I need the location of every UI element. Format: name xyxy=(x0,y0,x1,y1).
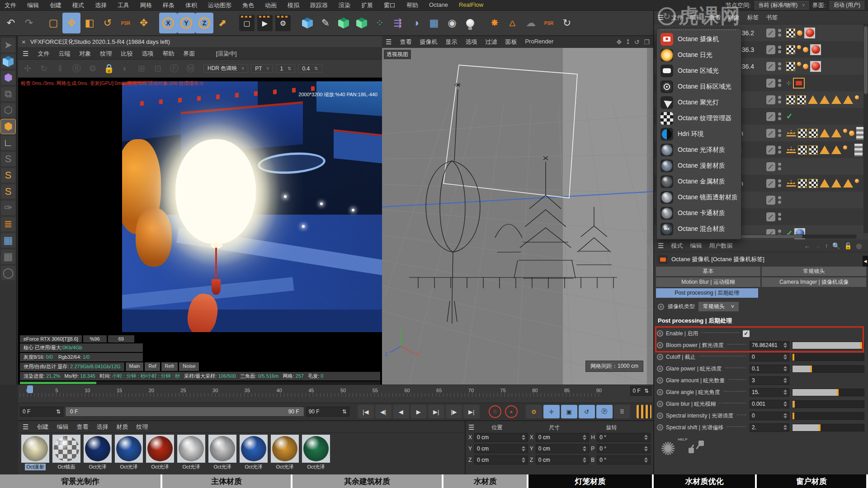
octane-menu-mix-material[interactable]: MIXOctane 混合材质 xyxy=(657,221,741,237)
cube-stack-icon[interactable]: ⧉ xyxy=(1,87,15,101)
hamburger-icon[interactable]: ☰ xyxy=(658,242,664,250)
chapter-tab-6[interactable]: 窗户材质 xyxy=(757,474,868,488)
back-icon[interactable]: ← xyxy=(804,242,811,249)
selection-tag-icon[interactable] xyxy=(843,95,853,104)
material-tag-icon[interactable] xyxy=(855,95,859,99)
model-cube-icon[interactable]: ⬢ xyxy=(1,70,15,85)
texture-tag-icon[interactable] xyxy=(798,145,807,155)
material-item-4[interactable]: Oct光泽 xyxy=(146,435,175,470)
clay-icon[interactable]: ⊡ xyxy=(151,62,165,75)
prev-key-button[interactable]: ◀| xyxy=(375,405,392,418)
visibility-toggle-icon[interactable] xyxy=(766,162,775,171)
rotate-tool-icon[interactable]: ↺ xyxy=(99,13,117,33)
current-frame-spinner[interactable]: 0 F⇅ xyxy=(20,407,63,417)
key-position-button[interactable]: ✛ xyxy=(543,405,560,418)
pan-view-icon[interactable]: ✥ xyxy=(616,38,622,46)
menu-item-12[interactable]: 模拟 xyxy=(288,1,299,9)
key-parameter-button[interactable]: Ⓟ xyxy=(596,405,613,418)
param-value-input[interactable]: 0 xyxy=(750,353,789,361)
next-key-button[interactable]: |▶ xyxy=(446,405,462,418)
menu-item-8[interactable]: 体积 xyxy=(185,1,197,9)
torch-button[interactable]: 🜂 xyxy=(504,13,522,33)
material-menu-item-4[interactable]: 材质 xyxy=(116,423,128,431)
selection-tag-icon[interactable] xyxy=(831,145,841,154)
material-item-2[interactable]: Oct光泽 xyxy=(83,435,112,470)
material-menu-item-2[interactable]: 查看 xyxy=(76,423,88,431)
material-menu-item-5[interactable]: 纹理 xyxy=(136,423,148,431)
param-value-input[interactable]: 15. xyxy=(750,388,789,397)
key-scale-button[interactable]: ▣ xyxy=(561,405,577,418)
visibility-toggle-icon[interactable] xyxy=(766,196,775,205)
menu-item-7[interactable]: 样条 xyxy=(163,1,175,9)
position-field-X[interactable]: X0 cm xyxy=(468,433,528,442)
material-item-8[interactable]: Oct光泽 xyxy=(270,435,299,470)
octane-menu-toon-material[interactable]: Octane 卡通材质 xyxy=(657,205,741,221)
chapter-tab-3[interactable]: 水材质 xyxy=(443,474,528,488)
material-tag-icon[interactable] xyxy=(797,62,801,66)
chapter-tab-5[interactable]: 水材质优化 xyxy=(654,474,757,488)
cloner-tag-icon[interactable] xyxy=(786,130,796,137)
stepper-icon[interactable] xyxy=(783,378,787,383)
stepper-icon[interactable] xyxy=(783,425,787,430)
attribute-menu-item-0[interactable]: 模式 xyxy=(671,242,683,250)
texture-tag-icon[interactable] xyxy=(809,129,818,138)
viewport-menu-item-0[interactable]: 查看 xyxy=(400,38,411,46)
menu-item-17[interactable]: 帮助 xyxy=(406,1,418,9)
model-cube-blue-icon[interactable] xyxy=(1,54,15,69)
render-menu-item-2[interactable]: 对象 xyxy=(79,50,91,58)
visibility-dots-icon[interactable] xyxy=(778,129,782,137)
playhead[interactable] xyxy=(27,385,33,393)
octane-logo-icon[interactable]: ✺HELP xyxy=(660,440,676,458)
material-tag-icon[interactable] xyxy=(797,30,802,36)
lock-icon[interactable]: 🔒 xyxy=(102,62,116,75)
material-item-1[interactable]: Oct镜面 xyxy=(52,435,81,470)
menu-item-1[interactable]: 编辑 xyxy=(27,1,39,9)
param-value-input[interactable]: 0.001 xyxy=(750,400,789,408)
rotation-field-B[interactable]: B0 ° xyxy=(591,455,651,465)
sphere-s2-icon[interactable]: S xyxy=(1,168,15,183)
last-tool-icon[interactable]: ✥ xyxy=(135,13,153,33)
material-menu-item-0[interactable]: 创建 xyxy=(37,423,48,431)
render-menu-item-0[interactable]: 文件 xyxy=(38,50,49,58)
attribute-menu-item-1[interactable]: 编辑 xyxy=(690,242,702,250)
texture-tag-icon[interactable] xyxy=(797,95,806,104)
autokey-button[interactable]: ● xyxy=(505,405,518,418)
menu-item-2[interactable]: 创建 xyxy=(50,1,61,9)
camera-button[interactable]: ◉ xyxy=(443,13,461,33)
menu-item-13[interactable]: 跟踪器 xyxy=(310,1,328,9)
stepper-icon[interactable] xyxy=(783,343,787,348)
goto-end-button[interactable]: ▶| xyxy=(463,405,480,418)
hatch-icon[interactable]: ≣ xyxy=(1,217,15,231)
kernel-select[interactable]: PT˅ xyxy=(251,64,273,73)
texture-tag-icon[interactable] xyxy=(809,145,818,155)
enable-checkbox[interactable]: ✓ xyxy=(743,330,750,337)
render-view-button[interactable]: ▢ xyxy=(238,13,256,33)
octane-menu-target-area-light[interactable]: Octane 目标区域光 xyxy=(657,79,741,94)
x-axis-lock-button[interactable]: X xyxy=(159,13,177,33)
visibility-toggle-icon[interactable] xyxy=(766,79,775,88)
material-item-5[interactable]: Oct光泽 xyxy=(177,435,206,470)
mograph-button[interactable]: ⁘ xyxy=(371,13,389,33)
menu-item-18[interactable]: Octane xyxy=(429,1,448,9)
light-button[interactable] xyxy=(461,13,479,33)
key-rotation-button[interactable]: ↺ xyxy=(579,405,595,418)
polygon-mode-icon[interactable]: ⬢ xyxy=(1,119,15,134)
target-tag-icon[interactable]: ⊹ xyxy=(786,80,791,86)
menu-item-6[interactable]: 网格 xyxy=(140,1,152,9)
visibility-toggle-icon[interactable] xyxy=(766,62,775,71)
material-item-9[interactable]: Oct光泽 xyxy=(302,435,330,470)
render-menu-item-6[interactable]: 帮助 xyxy=(162,50,174,58)
menu-item-14[interactable]: 渲染 xyxy=(339,1,350,9)
viewport-name-label[interactable]: 透视视图 xyxy=(384,50,411,59)
octane-menu-specular-material[interactable]: Octane 镜面透射材质 xyxy=(657,189,741,205)
tab-motion-0[interactable]: Motion Blur | 运动模糊 xyxy=(656,277,760,287)
redo-icon[interactable]: ↷ xyxy=(20,13,38,33)
visibility-dots-icon[interactable] xyxy=(778,163,782,170)
visibility-dots-icon[interactable] xyxy=(778,179,782,187)
object-menu-item-0[interactable]: 文件 xyxy=(671,14,683,22)
material-item-7[interactable]: Oct光泽 xyxy=(239,435,268,470)
menu-item-11[interactable]: 动画 xyxy=(265,1,277,9)
selection-tag-icon[interactable] xyxy=(820,145,830,154)
search-icon[interactable]: 🔍 xyxy=(832,242,840,249)
hamburger-icon[interactable]: ☰ xyxy=(468,423,474,432)
